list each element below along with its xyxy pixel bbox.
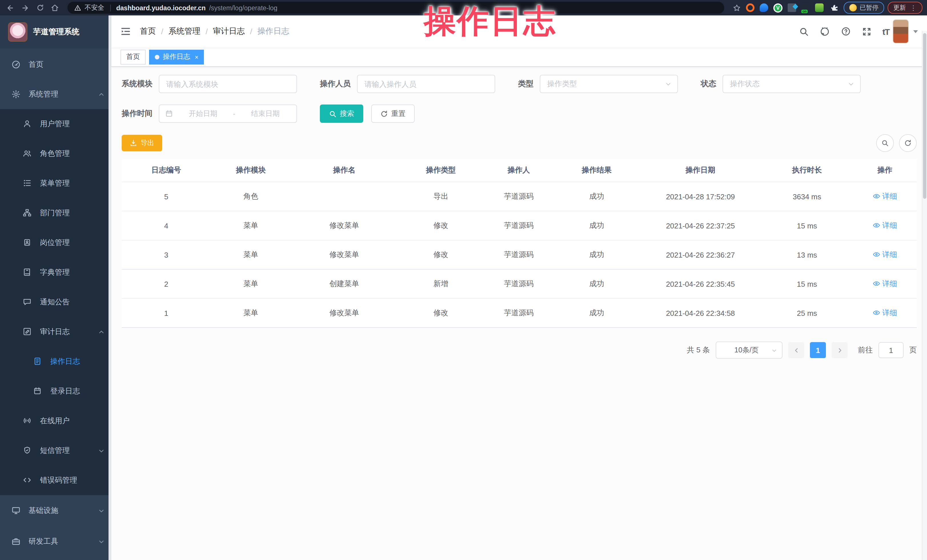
filter-module: 系统模块: [122, 75, 297, 93]
search-icon[interactable]: [799, 27, 809, 36]
extension-on-badge-icon[interactable]: [801, 3, 810, 12]
browser-menu-icon[interactable]: ⋮: [910, 4, 917, 12]
sidebar-item-error-codes[interactable]: 错误码管理: [0, 466, 111, 495]
sidebar: 芋道管理系统 首页 系统管理: [0, 15, 111, 560]
sidebar-item-sms[interactable]: 短信管理: [0, 436, 111, 466]
breadcrumb-separator: /: [161, 27, 163, 36]
filter-operator: 操作人员: [320, 75, 495, 93]
table-header-row: 日志编号 操作模块 操作名 操作类型 操作人 操作结果 操作日期 执行时长 操作: [122, 159, 917, 182]
hamburger-icon[interactable]: [120, 26, 131, 36]
cell-type: 修改: [398, 211, 484, 240]
sidebar-item-infrastructure[interactable]: 基础设施: [0, 495, 111, 526]
extension-orange-icon[interactable]: [746, 3, 755, 12]
breadcrumb-current: 操作日志: [257, 26, 289, 36]
status-placeholder: 操作状态: [730, 79, 848, 89]
main-area: 首页 / 系统管理 / 审计日志 / 操作日志: [111, 15, 927, 560]
detail-link[interactable]: 详细: [873, 191, 897, 202]
cell-operator: 芋道源码: [484, 211, 553, 240]
table-row: 2 菜单 创建菜单 新增 芋道源码 成功 2021-04-26 22:35:45…: [122, 269, 917, 298]
sidebar-item-notices[interactable]: 通知公告: [0, 287, 111, 317]
module-input[interactable]: [159, 75, 297, 93]
show-search-button[interactable]: [876, 134, 894, 152]
breadcrumb-system[interactable]: 系统管理: [169, 26, 201, 36]
browser-back-icon[interactable]: [5, 2, 16, 14]
export-button[interactable]: 导出: [122, 135, 162, 151]
next-page-button[interactable]: [831, 342, 848, 358]
page-scrollbar[interactable]: [922, 31, 927, 560]
operator-input[interactable]: [357, 75, 495, 93]
profile-emoji-icon: [849, 4, 857, 11]
detail-link[interactable]: 详细: [873, 308, 897, 318]
goto-page-input[interactable]: [878, 342, 904, 358]
sidebar-item-departments[interactable]: 部门管理: [0, 198, 111, 228]
col-module: 操作模块: [211, 159, 291, 182]
extension-pin-icon[interactable]: [760, 3, 768, 12]
col-result: 操作结果: [553, 159, 640, 182]
sidebar-item-dictionary[interactable]: 字典管理: [0, 258, 111, 287]
browser-home-icon[interactable]: [49, 2, 61, 14]
sidebar-item-audit-log[interactable]: 审计日志: [0, 317, 111, 347]
help-icon[interactable]: [841, 26, 851, 36]
filter-time: 操作时间 开始日期 - 结束日期: [122, 105, 297, 123]
chevron-up-icon: [98, 91, 105, 97]
status-select[interactable]: 操作状态: [722, 75, 861, 93]
date-range-picker[interactable]: 开始日期 - 结束日期: [159, 105, 297, 123]
profile-paused-badge[interactable]: 已暂停: [843, 2, 884, 14]
browser-reload-icon[interactable]: [34, 2, 46, 14]
sidebar-item-operate-log[interactable]: 操作日志: [0, 347, 111, 376]
scrollbar-thumb[interactable]: [923, 33, 926, 199]
cell-operator: 芋道源码: [484, 240, 553, 269]
extension-stack-icon[interactable]: [788, 3, 796, 12]
cell-module: 菜单: [211, 269, 291, 298]
refresh-button[interactable]: [899, 134, 917, 152]
sidebar-item-roles[interactable]: 角色管理: [0, 139, 111, 168]
user-menu[interactable]: [893, 20, 918, 43]
sidebar-logo-row[interactable]: 芋道管理系统: [0, 15, 111, 49]
prev-page-button[interactable]: [788, 342, 804, 358]
tag-home[interactable]: 首页: [120, 49, 146, 64]
cell-log-id: 5: [122, 182, 211, 211]
fullscreen-icon[interactable]: [862, 27, 872, 36]
total-count: 共 5 条: [687, 345, 710, 355]
sidebar-item-posts[interactable]: 岗位管理: [0, 228, 111, 258]
extension-leaf-icon[interactable]: [815, 3, 824, 12]
search-button[interactable]: 搜索: [320, 105, 363, 123]
font-size-icon[interactable]: tT: [883, 27, 889, 36]
filter-row-2: 操作时间 开始日期 - 结束日期 搜索: [122, 105, 917, 123]
tag-operate-log[interactable]: 操作日志 ×: [149, 49, 204, 64]
sidebar-item-system[interactable]: 系统管理: [0, 79, 111, 109]
bookmark-star-icon[interactable]: [731, 2, 743, 14]
sidebar-item-label: 用户管理: [40, 119, 105, 129]
cell-log-id: 2: [122, 269, 211, 298]
sidebar-item-home[interactable]: 首页: [0, 50, 111, 79]
dashboard-icon: [11, 60, 21, 69]
breadcrumb-audit[interactable]: 审计日志: [213, 26, 245, 36]
browser-forward-icon[interactable]: [20, 2, 31, 14]
sidebar-item-label: 基础设施: [29, 505, 98, 516]
sidebar-item-users[interactable]: 用户管理: [0, 109, 111, 139]
filter-status: 状态 操作状态: [701, 75, 861, 93]
extensions-puzzle-icon[interactable]: [829, 2, 840, 14]
detail-link[interactable]: 详细: [873, 250, 897, 260]
sidebar-scrollbar[interactable]: [108, 15, 111, 560]
detail-link[interactable]: 详细: [873, 220, 897, 231]
cell-duration: 13 ms: [761, 240, 853, 269]
breadcrumb-home[interactable]: 首页: [140, 26, 156, 36]
github-icon[interactable]: [820, 26, 830, 36]
address-bar[interactable]: 不安全 dashboard.yudao.iocoder.cn /system/l…: [67, 2, 724, 14]
browser-update-button[interactable]: 更新 ⋮: [887, 2, 922, 14]
page-size-select[interactable]: 10条/页: [716, 341, 783, 359]
sidebar-item-dev-tools[interactable]: 研发工具: [0, 526, 111, 557]
sidebar-item-login-log[interactable]: 登录日志: [0, 376, 111, 406]
page-number-1[interactable]: 1: [810, 342, 826, 358]
type-select[interactable]: 操作类型: [540, 75, 678, 93]
cell-name: 修改菜单: [291, 298, 398, 328]
sidebar-item-online-users[interactable]: 在线用户: [0, 406, 111, 436]
detail-link[interactable]: 详细: [873, 279, 897, 289]
close-icon[interactable]: ×: [195, 53, 199, 60]
cell-operator: 芋道源码: [484, 269, 553, 298]
reset-button[interactable]: 重置: [371, 105, 415, 123]
sidebar-item-menus[interactable]: 菜单管理: [0, 168, 111, 198]
extension-green-v-icon[interactable]: V: [774, 3, 783, 12]
page-content: 系统模块 操作人员 类型 操作类型: [111, 67, 927, 560]
